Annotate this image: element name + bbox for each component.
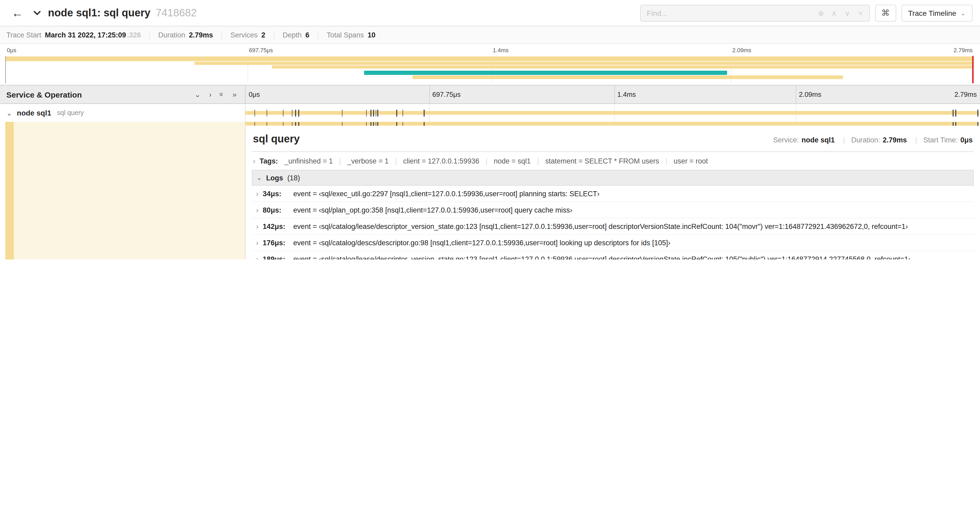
meta-label: Start Time:: [923, 136, 958, 144]
span-meta-item: Service:node sql1: [773, 136, 835, 144]
meta-value: 0μs: [960, 136, 973, 144]
prev-result-icon[interactable]: ∧: [827, 9, 841, 17]
locate-result-icon[interactable]: ⊕: [814, 9, 827, 17]
log-tick: [298, 122, 299, 126]
span-indent-guide: [5, 122, 14, 260]
timeline-minimap[interactable]: 0μs697.75μs1.4ms2.09ms2.79ms: [0, 44, 980, 85]
log-row[interactable]: › 80μs: event = ‹sql/plan_opt.go:358 [ns…: [252, 202, 974, 218]
axis-tick-label: 0μs: [245, 91, 260, 98]
summary-label: Services: [231, 31, 258, 39]
minimap-scrubber-right[interactable]: [972, 56, 974, 83]
logs-list: › 34μs: event = ‹sql/exec_util.go:2297 […: [252, 186, 974, 260]
collapse-one-icon[interactable]: ⌄: [194, 91, 200, 98]
clear-search-icon[interactable]: ×: [854, 9, 867, 17]
row-expander-icon[interactable]: ⌄: [6, 109, 12, 117]
summary-label: Trace Start: [6, 31, 41, 39]
row-operation-name: sql query: [57, 109, 84, 117]
log-tick: [267, 109, 267, 116]
log-tick: [373, 122, 374, 126]
log-tick: [366, 109, 367, 116]
log-tick: [255, 109, 255, 116]
log-row[interactable]: › 34μs: event = ‹sql/exec_util.go:2297 […: [252, 186, 974, 202]
log-tick: [377, 109, 378, 116]
tag-item: _verbose = 1: [333, 157, 388, 165]
log-tick: [977, 109, 978, 116]
minimap-span-bar: [194, 62, 974, 65]
header-controls: ⊕ ∧ ∨ × ⌘ Trace Timeline ⌄: [640, 5, 973, 21]
service-operation-header: Service & Operation ⌄ › » »: [0, 85, 245, 103]
axis-tick-label: 2.79ms: [955, 91, 980, 98]
log-tick: [953, 122, 953, 126]
log-message: event = ‹sql/plan_opt.go:358 [nsql1,clie…: [293, 206, 572, 214]
tag-item: user = root: [659, 157, 708, 165]
log-row[interactable]: › 142μs: event = ‹sql/catalog/lease/desc…: [252, 218, 974, 235]
log-tick: [396, 122, 397, 126]
tags-label: Tags:: [259, 157, 278, 165]
timeline-gridline: [795, 85, 796, 103]
chevron-right-icon: ›: [256, 189, 258, 198]
span-meta-item: Start Time:0μs: [909, 136, 973, 144]
summary-label: Total Spans: [327, 31, 364, 39]
span-bar[interactable]: [245, 111, 979, 115]
find-input[interactable]: [640, 5, 814, 21]
summary-value: 10: [368, 31, 375, 39]
logs-header[interactable]: ⌄ Logs (18): [252, 170, 974, 186]
log-tick: [424, 122, 425, 126]
chevron-down-icon: [33, 8, 41, 18]
minimap-canvas[interactable]: [5, 56, 974, 83]
meta-label: Duration:: [851, 136, 880, 144]
summary-item: Trace Start March 31 2022, 17:25:09 .326: [6, 31, 141, 39]
minimap-span-bar: [272, 65, 974, 69]
log-tick: [377, 122, 378, 126]
meta-value: node sql1: [802, 136, 835, 144]
minimap-span-bar: [364, 71, 727, 75]
span-detail-row: sql query Service:node sql1 Duration:2.7…: [0, 122, 980, 260]
log-row[interactable]: › 176μs: event = ‹sql/catalog/descs/desc…: [252, 235, 974, 251]
collapse-trace-header-icon[interactable]: [33, 8, 41, 18]
log-tick: [295, 109, 296, 116]
tag-item: node = sql1: [479, 157, 531, 165]
log-message: event = ‹sql/catalog/lease/descriptor_ve…: [293, 255, 910, 260]
log-message: event = ‹sql/catalog/descs/descriptor.go…: [293, 239, 670, 247]
chevron-right-icon: ›: [256, 206, 258, 214]
log-tick: [375, 122, 377, 126]
log-tick: [402, 122, 403, 126]
chevron-right-icon: ›: [256, 255, 258, 260]
chevron-right-icon: ›: [256, 222, 258, 230]
back-button[interactable]: ←: [8, 7, 26, 19]
span-row[interactable]: ⌄ node sql1 sql query: [0, 104, 980, 122]
log-tick: [342, 109, 342, 116]
summary-item: Duration 2.79ms: [150, 31, 213, 39]
tags-row[interactable]: › Tags: _unfinished = 1 _verbose = 1 cli…: [252, 152, 974, 170]
logs-count: (18): [287, 174, 300, 182]
trace-view-selector[interactable]: Trace Timeline ⌄: [901, 5, 973, 21]
detail-span-bar: [245, 122, 979, 126]
logs-label: Logs: [266, 174, 283, 182]
expand-one-icon[interactable]: ›: [209, 91, 211, 98]
log-message: event = ‹sql/exec_util.go:2297 [nsql1,cl…: [293, 190, 600, 198]
minimap-span-bar: [412, 75, 843, 79]
log-tick: [267, 122, 267, 126]
trace-title: node sql1: sql query: [48, 7, 150, 19]
log-tick: [292, 122, 293, 126]
log-tick: [396, 109, 397, 116]
span-row-name-cell[interactable]: ⌄ node sql1 sql query: [0, 104, 245, 122]
span-bar-track[interactable]: [245, 104, 980, 122]
log-tick: [424, 109, 425, 116]
keyboard-shortcuts-button[interactable]: ⌘: [875, 5, 896, 21]
span-detail-title: sql query: [253, 133, 300, 145]
collapse-all-icon[interactable]: »: [218, 92, 226, 96]
chevron-right-icon: ›: [256, 238, 258, 247]
summary-item: Services 2: [221, 31, 266, 39]
next-result-icon[interactable]: ∨: [841, 9, 854, 17]
service-operation-label: Service & Operation: [6, 90, 186, 99]
chevron-right-icon: ›: [253, 156, 255, 165]
log-tick: [295, 122, 296, 126]
row-service-name: node sql1: [17, 109, 51, 117]
detail-left-gutter: [0, 122, 245, 260]
log-message: event = ‹sql/catalog/lease/descriptor_ve…: [293, 222, 908, 230]
expand-all-icon[interactable]: »: [232, 91, 237, 98]
axis-tick-label: 1.4ms: [614, 91, 636, 98]
log-row[interactable]: › 189μs: event = ‹sql/catalog/lease/desc…: [252, 251, 974, 260]
log-tick: [342, 122, 342, 126]
